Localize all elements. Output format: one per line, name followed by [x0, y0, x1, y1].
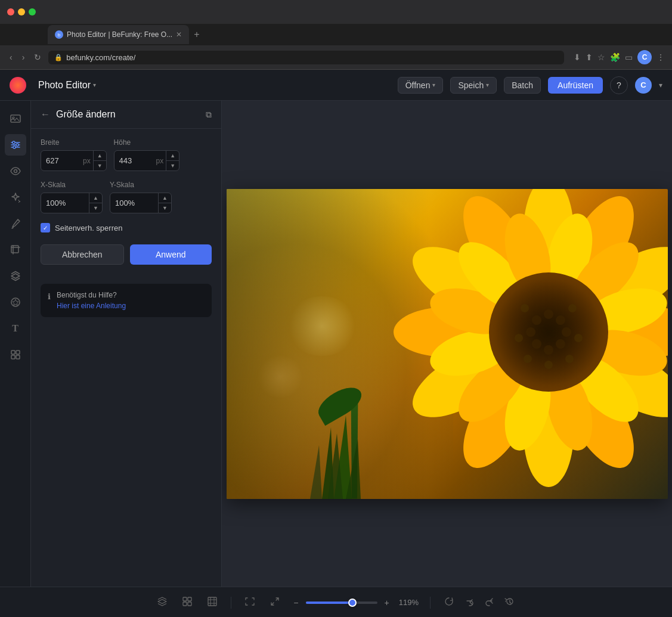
actual-size-icon[interactable] — [266, 593, 284, 613]
svg-rect-59 — [183, 597, 187, 601]
app-title-btn[interactable]: Photo Editor ▾ — [33, 77, 101, 93]
svg-rect-61 — [183, 602, 187, 606]
svg-rect-60 — [188, 597, 191, 601]
close-window-btn[interactable] — [7, 8, 14, 15]
download-icon[interactable]: ⬇ — [574, 52, 581, 62]
zoom-in-btn[interactable]: + — [382, 596, 392, 610]
tab-close-btn[interactable]: ✕ — [176, 30, 182, 39]
svg-marker-13 — [13, 299, 18, 305]
user-dropdown-arrow[interactable]: ▾ — [659, 81, 662, 89]
batch-btn-label: Batch — [512, 80, 533, 90]
bookmark-icon[interactable]: ☆ — [597, 52, 605, 62]
apply-btn[interactable]: Anwend — [130, 244, 212, 265]
yscale-decrement-btn[interactable]: ▼ — [159, 203, 171, 213]
address-bar[interactable]: 🔒 befunky.com/create/ — [48, 51, 564, 64]
svg-point-51 — [544, 345, 553, 355]
maximize-window-btn[interactable] — [29, 8, 36, 15]
redo-btn[interactable] — [481, 593, 498, 613]
grid-toolbar-icon[interactable] — [203, 593, 221, 613]
yscale-label: Y-Skala — [110, 181, 172, 189]
yscale-input[interactable] — [110, 195, 158, 211]
xscale-increment-btn[interactable]: ▲ — [89, 193, 102, 203]
svg-point-7 — [13, 146, 16, 148]
width-decrement-btn[interactable]: ▼ — [94, 161, 106, 170]
undo-btn[interactable] — [460, 593, 478, 613]
sidebar-browser-icon[interactable]: ▭ — [625, 52, 633, 62]
svg-rect-62 — [188, 602, 191, 606]
app-title-chevron: ▾ — [93, 82, 96, 88]
save-btn[interactable]: Speich ▾ — [450, 77, 497, 94]
sidebar-item-layers[interactable] — [5, 265, 26, 287]
xscale-input[interactable] — [41, 195, 89, 211]
sidebar-item-graphics[interactable] — [5, 292, 26, 313]
action-row: Abbrechen Anwend — [41, 244, 212, 265]
yscale-spinners: ▲ ▼ — [158, 193, 171, 213]
extensions-icon[interactable]: 🧩 — [610, 52, 620, 62]
tab-favicon: b — [55, 30, 63, 39]
yscale-increment-btn[interactable]: ▲ — [159, 193, 171, 203]
main-area: T ← Größe ändern ⧉ — [0, 101, 672, 587]
svg-point-43 — [495, 278, 602, 386]
width-input-group: px ▲ ▼ — [41, 150, 107, 171]
panel-copy-btn[interactable]: ⧉ — [206, 110, 212, 120]
upgrade-btn[interactable]: Aufrüsten — [548, 77, 603, 94]
fit-screen-icon[interactable] — [241, 593, 259, 613]
history-undo-btn[interactable] — [501, 593, 519, 613]
share-icon[interactable]: ⬆ — [586, 52, 593, 62]
new-tab-btn[interactable]: + — [194, 29, 199, 40]
user-avatar[interactable]: C — [635, 77, 652, 94]
layers-toolbar-icon[interactable] — [153, 593, 171, 613]
svg-point-55 — [515, 334, 523, 342]
sidebar-item-photos[interactable] — [5, 108, 26, 129]
batch-btn[interactable]: Batch — [504, 77, 541, 94]
back-nav-btn[interactable]: ‹ — [7, 51, 15, 63]
profile-btn[interactable]: C — [637, 50, 652, 64]
sidebar-item-texture[interactable] — [5, 344, 26, 365]
cancel-btn[interactable]: Abbrechen — [41, 244, 124, 265]
history-toolbar-icon[interactable] — [178, 593, 196, 613]
width-increment-btn[interactable]: ▲ — [94, 151, 106, 160]
height-decrement-btn[interactable]: ▼ — [166, 161, 179, 170]
rotate-reset-icon[interactable] — [440, 593, 458, 613]
lock-ratio-checkbox[interactable]: ✓ — [41, 223, 50, 232]
reload-btn[interactable]: ↻ — [32, 51, 44, 63]
sidebar-item-adjustments[interactable] — [5, 134, 26, 156]
more-options-btn[interactable]: ⋮ — [656, 52, 665, 62]
xscale-input-group: ▲ ▼ — [41, 193, 103, 213]
browser-actions: ⬇ ⬆ ☆ 🧩 ▭ C ⋮ — [574, 50, 665, 64]
svg-point-44 — [544, 309, 553, 319]
sidebar-item-text[interactable]: T — [5, 318, 26, 339]
height-input-group: px ▲ ▼ — [114, 150, 180, 171]
help-btn[interactable]: ? — [610, 76, 628, 94]
app-container: Photo Editor ▾ Öffnen ▾ Speich ▾ Batch A… — [0, 70, 672, 617]
zoom-out-btn[interactable]: − — [291, 596, 301, 610]
zoom-slider-thumb[interactable] — [348, 599, 357, 607]
svg-point-5 — [13, 141, 15, 144]
browser-tab-active[interactable]: b Photo Editor | BeFunky: Free O... ✕ — [48, 25, 189, 44]
yscale-input-group: ▲ ▼ — [110, 193, 172, 213]
open-btn[interactable]: Öffnen ▾ — [398, 77, 444, 94]
minimize-window-btn[interactable] — [18, 8, 25, 15]
height-increment-btn[interactable]: ▲ — [166, 151, 179, 160]
height-spinners: ▲ ▼ — [166, 151, 179, 170]
sidebar-item-crop[interactable] — [5, 239, 26, 261]
sidebar-item-effects[interactable] — [5, 187, 26, 208]
dimensions-row: Breite px ▲ ▼ Höhe — [41, 138, 212, 171]
height-input[interactable] — [114, 153, 156, 169]
zoom-slider-track[interactable] — [306, 602, 377, 604]
help-link[interactable]: Hier ist eine Anleitung — [57, 302, 126, 310]
canvas-area — [222, 101, 672, 587]
help-text-block: Benötigst du Hilfe? Hier ist eine Anleit… — [57, 291, 126, 310]
panel: ← Größe ändern ⧉ Breite px ▲ — [31, 101, 222, 587]
forward-nav-btn[interactable]: › — [20, 51, 27, 63]
svg-rect-9 — [11, 246, 18, 253]
sidebar-item-eye[interactable] — [5, 160, 26, 182]
back-btn[interactable]: ← — [41, 109, 50, 120]
width-input[interactable] — [41, 153, 83, 169]
xscale-decrement-btn[interactable]: ▼ — [89, 203, 102, 213]
lock-label: Seitenverh. sperren — [55, 224, 122, 232]
app-logo — [10, 77, 26, 94]
width-label: Breite — [41, 138, 107, 147]
browser-titlebar — [0, 0, 672, 24]
sidebar-item-brush[interactable] — [5, 213, 26, 234]
